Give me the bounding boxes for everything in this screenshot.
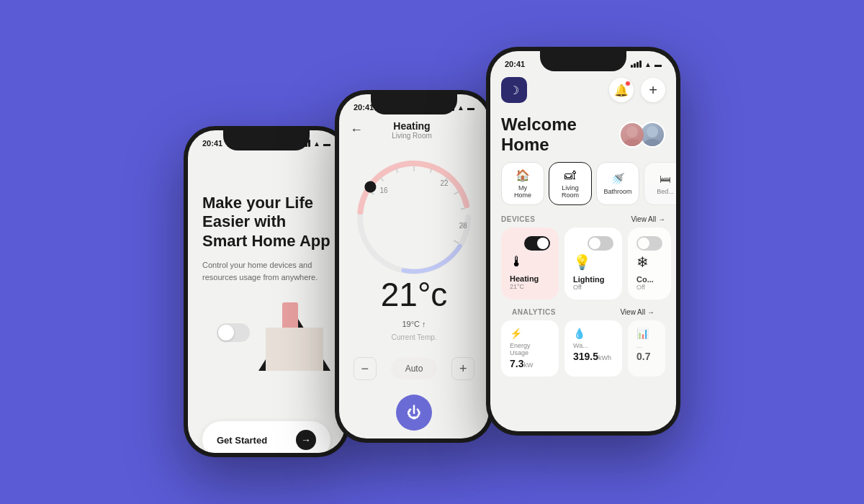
house-body <box>266 328 323 371</box>
toggle-thumb-heating <box>537 238 549 249</box>
water-value: 319.5kWh <box>573 351 613 362</box>
thermometer-icon: 🌡 <box>510 253 550 270</box>
other-card[interactable]: 📊 ... 0.7 <box>628 320 665 377</box>
battery-icon-2: ▬ <box>467 104 474 112</box>
auto-mode-button[interactable]: Auto <box>391 358 438 379</box>
svg-line-7 <box>431 168 432 173</box>
notification-button[interactable]: 🔔 <box>609 78 634 102</box>
co-device-name: Co... <box>636 275 662 284</box>
tab-living-room[interactable]: 🛋 Living Room <box>549 162 592 205</box>
heating-controls: − Auto + <box>339 350 489 387</box>
phone-heating-inner: 20:41 ▲ ▬ ← Heating Living Ro <box>339 94 489 438</box>
svg-point-2 <box>349 153 479 282</box>
energy-usage-card[interactable]: ⚡ Energy Usage 7.3kW <box>501 320 559 377</box>
heating-header: ← Heating Living Room <box>339 114 489 145</box>
tab-bedroom[interactable]: 🛏 Bed... <box>644 162 676 205</box>
svg-line-4 <box>381 178 384 181</box>
heating-device-name: Heating <box>510 274 550 283</box>
analytics-grid: ⚡ Energy Usage 7.3kW 💧 Wa... 319.5kWh 📊 … <box>501 320 665 377</box>
battery-icon: ▬ <box>323 140 330 148</box>
svg-line-10 <box>461 208 465 209</box>
sofa-icon: 🛋 <box>564 169 576 182</box>
notification-badge <box>625 81 631 86</box>
analytics-section-header: ANALYTICS View All → <box>501 305 665 320</box>
energy-icon: ⚡ <box>510 328 550 339</box>
wifi-icon: ▲ <box>313 140 320 148</box>
lighting-device-name: Lighting <box>573 275 613 284</box>
lighting-toggle[interactable] <box>588 236 613 251</box>
other-icon: 📊 <box>636 328 657 339</box>
device-card-lighting[interactable]: 💡 Lighting Off <box>564 228 622 300</box>
shower-icon: 🚿 <box>611 172 625 186</box>
wifi-icon-2: ▲ <box>457 104 464 112</box>
energy-label: Energy Usage <box>510 342 550 356</box>
wifi-icon-3: ▲ <box>644 60 652 68</box>
phone-notch-3 <box>540 51 626 71</box>
phone-notch-2 <box>371 94 457 114</box>
tab-bedroom-label: Bed... <box>657 188 674 195</box>
onboarding-content: Make your Life Easier with Smart Home Ap… <box>188 150 345 453</box>
room-tabs: 🏠 My Home 🛋 Living Room 🚿 Bathroom 🛏 Bed… <box>490 162 676 212</box>
status-icons-3: ▲ ▬ <box>631 60 662 68</box>
analytics-view-all[interactable]: View All → <box>620 308 654 316</box>
app-logo[interactable]: ☽ <box>501 77 527 103</box>
svg-text:28: 28 <box>459 222 467 230</box>
add-button[interactable]: + <box>641 78 665 102</box>
status-time: 20:41 <box>202 139 222 148</box>
lighting-device-status: Off <box>573 284 613 291</box>
devices-grid: 🌡 Heating 21°C 💡 Lighting Off <box>490 228 676 300</box>
phone-onboarding-inner: 20:41 ▲ ▬ Make your Life Easier with Sma… <box>188 130 345 453</box>
home-icon: 🏠 <box>516 168 530 182</box>
analytics-section: ANALYTICS View All → ⚡ Energy Usage 7.3k… <box>490 300 676 377</box>
snowflake-icon: ❄ <box>636 253 662 271</box>
thermostat-dial[interactable]: 16 22 28 <box>349 153 479 282</box>
onboarding-subtitle: Control your home devices and resources … <box>202 259 330 283</box>
co-device-status: Off <box>636 284 662 291</box>
water-icon: 💧 <box>573 328 613 339</box>
lamp-icon: 💡 <box>573 253 613 271</box>
status-time-3: 20:41 <box>505 60 525 68</box>
power-button[interactable]: ⏻ <box>396 395 432 431</box>
phone-dashboard: 20:41 ▲ ▬ ☽ 🔔 <box>486 47 680 436</box>
get-started-label: Get Started <box>217 435 267 446</box>
avatars <box>619 122 665 148</box>
house-door <box>282 302 298 328</box>
heating-toggle[interactable] <box>524 236 550 251</box>
header-actions: 🔔 + <box>609 78 665 102</box>
tab-bathroom[interactable]: 🚿 Bathroom <box>596 162 639 205</box>
heating-toggle-area <box>510 236 550 251</box>
toggle-switch[interactable] <box>217 323 250 342</box>
avatar-1 <box>619 122 645 148</box>
svg-text:16: 16 <box>379 186 388 194</box>
battery-icon-3: ▬ <box>654 60 662 68</box>
tab-my-home-label: My Home <box>509 184 536 199</box>
thermostat: 16 22 28 <box>339 145 489 289</box>
device-card-heating[interactable]: 🌡 Heating 21°C <box>501 228 559 300</box>
tab-living-room-label: Living Room <box>557 184 584 199</box>
device-card-co[interactable]: ❄ Co... Off <box>628 228 671 300</box>
power-icon: ⏻ <box>407 405 421 421</box>
onboarding-title: Make your Life Easier with Smart Home Ap… <box>202 194 330 251</box>
welcome-section: Welcome Home <box>490 109 676 162</box>
co-toggle[interactable] <box>636 236 662 251</box>
svg-point-19 <box>647 126 658 138</box>
heating-subtitle: Living Room <box>363 132 461 140</box>
analytics-label: ANALYTICS <box>512 308 556 316</box>
other-label: ... <box>636 342 657 349</box>
heating-device-status: 21°C <box>510 283 550 290</box>
phone-notch <box>223 130 310 150</box>
svg-line-5 <box>396 168 397 173</box>
dashboard-header: ☽ 🔔 + <box>490 71 676 109</box>
get-started-button[interactable]: Get Started → <box>202 421 330 453</box>
svg-point-18 <box>624 139 641 148</box>
decrease-button[interactable]: − <box>354 357 377 380</box>
welcome-title: Welcome Home <box>501 114 619 155</box>
back-button[interactable]: ← <box>350 122 363 138</box>
tab-my-home[interactable]: 🏠 My Home <box>501 162 544 205</box>
toggle-thumb <box>218 325 234 341</box>
house-illustration <box>202 297 330 414</box>
water-usage-card[interactable]: 💧 Wa... 319.5kWh <box>564 320 622 377</box>
phones-container: 20:41 ▲ ▬ Make your Life Easier with Sma… <box>184 47 680 457</box>
devices-view-all[interactable]: View All → <box>631 215 665 223</box>
increase-button[interactable]: + <box>451 357 474 380</box>
